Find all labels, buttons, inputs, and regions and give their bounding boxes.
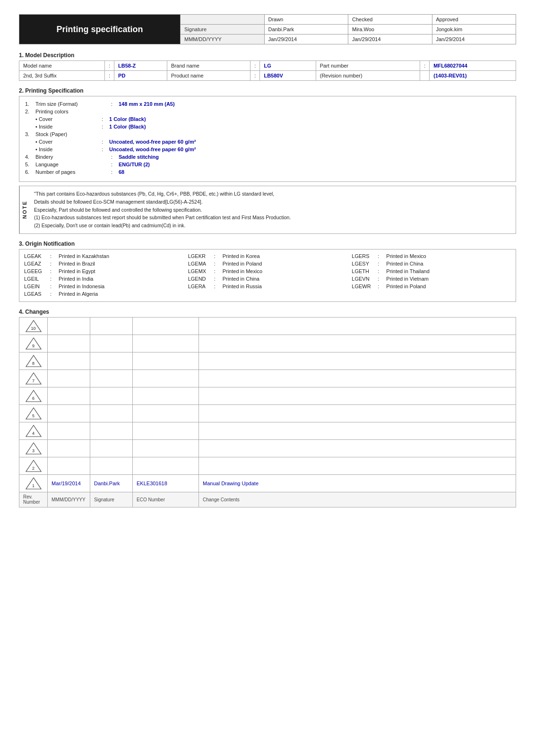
origin-code: LGEWR bbox=[352, 284, 378, 289]
product-name-label: Product name bbox=[167, 71, 250, 81]
origin-item-2: LGERS : Printed in Mexico bbox=[352, 253, 511, 259]
change-cell-3 bbox=[199, 439, 516, 457]
section2-title: 2. Printing Specification bbox=[19, 87, 516, 94]
origin-desc: Printed in China bbox=[386, 261, 423, 266]
rev-num-label: 10 bbox=[31, 326, 35, 331]
change-cell-1 bbox=[90, 439, 133, 457]
model-table: Model name : LB58-Z Brand name : LG Part… bbox=[19, 60, 516, 81]
spec-colon: : bbox=[111, 154, 119, 160]
origin-code: LGEND bbox=[188, 276, 214, 282]
origin-item-11: LGEVN : Printed in Vietnam bbox=[352, 276, 511, 282]
section4-title: 4. Changes bbox=[19, 309, 516, 315]
origin-code: LGEEG bbox=[24, 268, 50, 274]
origin-code: LGETH bbox=[352, 268, 378, 274]
origin-item-15: LGEAS : Printed in Algeria bbox=[24, 291, 183, 297]
origin-code: LGEIL bbox=[24, 276, 50, 282]
origin-item-1: LGEKR : Printed in Korea bbox=[188, 253, 347, 259]
spec-row-5: • Cover : Uncoated, wood-free paper 60 g… bbox=[25, 139, 510, 145]
change-cell-1: Danbi.Park bbox=[90, 474, 133, 492]
spec-row-8: 5. Language : ENG/TUR (2) bbox=[25, 162, 510, 167]
rev-num-label: 2 bbox=[32, 466, 35, 471]
spec-colon: : bbox=[111, 169, 119, 175]
origin-desc: Printed in Brazil bbox=[59, 261, 95, 266]
note-content: "This part contains Eco-hazardous substa… bbox=[29, 186, 295, 233]
date-checked: Jan/29/2014 bbox=[348, 34, 432, 44]
rev-num-label: 7 bbox=[32, 378, 35, 383]
change-cell-0 bbox=[48, 369, 90, 387]
rev-num-colon bbox=[420, 71, 430, 81]
section3-title: 3. Origin Notification bbox=[19, 241, 516, 247]
change-cell-1 bbox=[90, 457, 133, 474]
rev-triangle-5: 5 bbox=[19, 404, 48, 422]
triangle-icon: 6 bbox=[25, 389, 42, 403]
change-cell-2 bbox=[133, 439, 199, 457]
header-col-labels: Drawn Checked Approved bbox=[181, 15, 516, 25]
origin-desc: Printed in Kazakhstan bbox=[59, 253, 109, 259]
changes-row-6: 6 bbox=[19, 387, 516, 404]
origin-sep: : bbox=[378, 284, 386, 289]
origin-sep: : bbox=[214, 284, 223, 289]
spec-value: Saddle stitching bbox=[119, 154, 159, 160]
change-cell-2 bbox=[133, 335, 199, 352]
rev-num-label: 4 bbox=[32, 431, 35, 436]
origin-item-10: LGEND : Printed in China bbox=[188, 276, 347, 282]
change-cell-3 bbox=[199, 457, 516, 474]
origin-desc: Printed in Algeria bbox=[59, 291, 98, 297]
part-num-colon: : bbox=[420, 61, 430, 71]
spec-value: 148 mm x 210 mm (A5) bbox=[119, 101, 175, 107]
triangle-icon: 9 bbox=[25, 337, 42, 350]
change-cell-1 bbox=[90, 369, 133, 387]
origin-item-5: LGESY : Printed in China bbox=[352, 261, 511, 266]
spec-value: Uncoated, wood-free paper 60 g/m² bbox=[109, 146, 196, 152]
origin-desc: Printed in Korea bbox=[223, 253, 260, 259]
change-cell-0: Mar/19/2014 bbox=[48, 474, 90, 492]
origin-desc: Printed in Vietnam bbox=[386, 276, 429, 282]
footer-cell-3: ECO Number bbox=[133, 492, 199, 507]
triangle-icon: 1 bbox=[25, 477, 42, 490]
model-name-label: Model name bbox=[19, 61, 105, 71]
spec-colon: : bbox=[102, 139, 109, 145]
note-side-label: NOTE bbox=[19, 186, 29, 233]
note-box: NOTE "This part contains Eco-hazardous s… bbox=[19, 186, 516, 234]
spec-colon: : bbox=[102, 146, 109, 152]
origin-box: LGEAK : Printed in Kazakhstan LGEKR : Pr… bbox=[19, 249, 516, 302]
note-line: (1) Eco-hazardous substances test report… bbox=[34, 214, 291, 222]
triangle-icon: 4 bbox=[25, 424, 42, 438]
origin-item-17 bbox=[352, 291, 511, 297]
origin-code: LGEKR bbox=[188, 253, 214, 259]
change-cell-2 bbox=[133, 352, 199, 369]
origin-code: LGEAS bbox=[24, 291, 50, 297]
page-title: Printing specification bbox=[56, 25, 143, 34]
rev-triangle-2: 2 bbox=[19, 457, 48, 474]
model-row-2: 2nd, 3rd Suffix : PD Product name : LB58… bbox=[19, 71, 516, 81]
origin-desc: Printed in China bbox=[223, 276, 259, 282]
model-row-1: Model name : LB58-Z Brand name : LG Part… bbox=[19, 61, 516, 71]
origin-desc: Printed in Russia bbox=[223, 284, 262, 289]
change-cell-1 bbox=[90, 387, 133, 404]
part-num-label: Part number bbox=[316, 61, 420, 71]
changes-footer-row: Rev. NumberMMM/DD/YYYYSignatureECO Numbe… bbox=[19, 492, 516, 507]
spec-colon: : bbox=[102, 116, 109, 122]
change-cell-1 bbox=[90, 317, 133, 335]
origin-code: LGERS bbox=[352, 253, 378, 259]
origin-desc: Printed in Poland bbox=[386, 284, 426, 289]
spec-item-label: Stock (Paper) bbox=[35, 131, 111, 137]
spec-item-label: • Cover bbox=[35, 116, 102, 122]
suffix-label: 2nd, 3rd Suffix bbox=[19, 71, 105, 81]
brand-name-colon: : bbox=[250, 61, 260, 71]
origin-item-7: LGEMX : Printed in Mexico bbox=[188, 268, 347, 274]
header-empty bbox=[181, 15, 265, 24]
rev-triangle-1: 1 bbox=[19, 474, 48, 492]
spec-colon: : bbox=[111, 162, 119, 167]
changes-row-8: 8 bbox=[19, 352, 516, 369]
header-signature-row: Signature Danbi.Park Mira.Woo Jongok.kim bbox=[181, 25, 516, 34]
footer-cell-4: Change Contents bbox=[199, 492, 516, 507]
suffix-colon: : bbox=[104, 71, 114, 81]
origin-sep: : bbox=[50, 268, 59, 274]
changes-table: 10 9 8 7 6 bbox=[19, 317, 516, 507]
spec-value: ENG/TUR (2) bbox=[119, 162, 150, 167]
change-cell-2 bbox=[133, 404, 199, 422]
spec-row-7: 4. Bindery : Saddle stitching bbox=[25, 154, 510, 160]
rev-num-value: (1403-REV01) bbox=[430, 71, 516, 81]
header-approved: Approved bbox=[432, 15, 516, 24]
